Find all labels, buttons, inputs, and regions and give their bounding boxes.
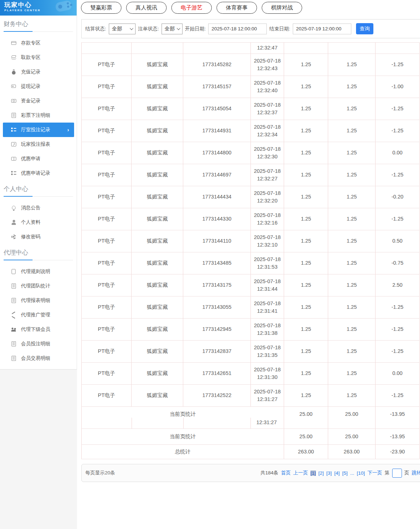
sidebar-item[interactable]: 消息公告	[0, 201, 77, 215]
hall-bets-icon	[11, 127, 17, 133]
jump-button[interactable]: 跳转	[412, 470, 420, 476]
sidebar-item[interactable]: 取款专区	[0, 50, 77, 65]
cell-bet: 1.25	[284, 252, 328, 274]
end-date-input[interactable]	[293, 24, 351, 34]
game-category-tab[interactable]: 棋牌对战	[262, 2, 302, 14]
page-summary-row: 当前页统计 25.00 25.00 -13.95	[82, 429, 420, 445]
sidebar-item-label: 消息公告	[21, 205, 40, 211]
cell-valid: 1.25	[328, 252, 376, 274]
sidebar-item[interactable]: 代理报表明细	[0, 293, 77, 308]
cell-time: 2025-07-18 12:32:16	[251, 208, 284, 230]
first-page-link[interactable]: 首页	[281, 470, 291, 476]
order-status-select[interactable]: 全部	[162, 24, 183, 34]
settle-status-value: 全部	[112, 26, 122, 32]
chevron-right-icon: ›	[67, 127, 69, 133]
table-row: PT电子 狐媚宝藏 1773143485 2025-07-18 12:31:53…	[82, 252, 420, 274]
sidebar-item[interactable]: 代理下级会员	[0, 322, 77, 337]
cell-time-line: 12:32:37	[251, 109, 284, 116]
cell-date-line: 2025-07-18	[251, 322, 284, 329]
cell-winloss: -0.20	[376, 186, 420, 208]
cell-time: 2025-07-18 12:32:43	[251, 54, 284, 76]
ghost-time-fragment: 12:31:27	[250, 419, 283, 426]
settle-status-select[interactable]: 全部	[109, 24, 136, 34]
sidebar-item-label: 会员交易明细	[21, 355, 50, 362]
cell-time: 2025-07-18 12:32:34	[251, 120, 284, 142]
cell-date-line: 2025-07-18	[251, 366, 284, 374]
pagination-controls: 共184条 首页 上一页 [1] [2] [3] [4] [5] ... [10…	[261, 469, 420, 478]
main-content: 雙赢彩票 真人视讯 电子游艺 体育赛事 棋牌对战 结算状态: 全部 注单状态: …	[77, 0, 420, 529]
game-category-tab[interactable]: 雙赢彩票	[81, 2, 121, 14]
sidebar-item[interactable]: 玩家投注报表	[0, 137, 77, 152]
users-icon	[11, 327, 17, 332]
page-number-link[interactable]: ...	[350, 470, 354, 476]
sidebar-agent-list: 代理规则说明 代理团队统计 代理报表明细 代理推广管理	[0, 264, 77, 366]
table-row: PT电子 狐媚宝藏 1773142837 2025-07-18 12:31:35…	[82, 341, 420, 363]
sidebar-item[interactable]: 个人资料	[0, 215, 77, 230]
summary-valid: 25.00	[328, 429, 376, 445]
cell-date-line: 2025-07-18	[251, 234, 284, 241]
sidebar-item[interactable]: 会员交易明细	[0, 351, 77, 366]
page-number-link[interactable]: [3]	[326, 470, 332, 476]
section-heading-agent: 代理中心	[4, 248, 73, 260]
cell-time: 2025-07-18 12:31:44	[251, 274, 284, 297]
cell-winloss: -1.25	[376, 341, 420, 363]
cell-date-line: 2025-07-18	[251, 300, 284, 307]
withdrawal-record-icon	[11, 84, 17, 89]
sidebar-item[interactable]: 代理团队统计	[0, 279, 77, 293]
page-number-link[interactable]: [4]	[334, 470, 340, 476]
start-date-input[interactable]	[208, 24, 267, 34]
cell-bet: 1.25	[284, 120, 328, 142]
page-number-link[interactable]: [1]	[310, 470, 316, 476]
cell-time: 2025-07-18 12:32:10	[251, 230, 284, 252]
cell-game: 狐媚宝藏	[132, 142, 183, 164]
sidebar-item[interactable]: 修改密码	[0, 230, 77, 244]
cell-game: 狐媚宝藏	[132, 98, 183, 120]
table-row: PT电子 狐媚宝藏 1773144330 2025-07-18 12:32:16…	[82, 208, 420, 230]
table-row: PT电子 狐媚宝藏 1773142522 2025-07-18 12:31:27…	[82, 385, 420, 407]
page-links: [1] [2] [3] [4] [5] ... [10]	[310, 470, 365, 476]
per-page-label: 每页显示20条	[85, 470, 115, 476]
total-count: 共184条	[261, 470, 279, 476]
search-button[interactable]: 查询	[356, 23, 373, 34]
sidebar-item[interactable]: 资金记录	[0, 94, 77, 108]
cell-time-line: 12:31:53	[251, 263, 284, 271]
sidebar-item[interactable]: 彩票下注明细	[0, 108, 77, 123]
sidebar-item[interactable]: 优惠申请	[0, 152, 77, 166]
cell-game: 狐媚宝藏	[132, 341, 183, 363]
page-summary-label: 当前页统计	[170, 411, 196, 417]
cell-valid: 1.25	[328, 319, 376, 341]
prev-page-link[interactable]: 上一页	[293, 470, 308, 476]
cell-platform: PT电子	[82, 319, 132, 341]
sidebar-item[interactable]: 优惠申请记录	[0, 166, 77, 180]
end-date-label: 结束日期:	[269, 26, 290, 32]
sidebar-item[interactable]: 厅室投注记录 ›	[3, 123, 74, 137]
cell-winloss: -1.25	[376, 385, 420, 407]
sidebar-item-label: 提现记录	[21, 83, 40, 90]
pagination-bar: 每页显示20条 共184条 首页 上一页 [1] [2] [3] [4] [5]…	[81, 464, 420, 482]
sidebar-item[interactable]: 代理规则说明	[0, 264, 77, 279]
page-number-link[interactable]: [5]	[342, 470, 348, 476]
cell-platform: PT电子	[82, 142, 132, 164]
sidebar-item[interactable]: 存款专区	[0, 36, 77, 50]
chevron-down-icon	[176, 26, 180, 30]
sidebar-item[interactable]: 会员投注明细	[0, 337, 77, 351]
total-summary-row: 总统计 263.00 263.00 -23.90	[82, 445, 420, 459]
game-category-tab[interactable]: 真人视讯	[126, 2, 167, 14]
game-category-tab[interactable]: 电子游艺	[171, 2, 212, 14]
game-category-tab[interactable]: 体育赛事	[217, 2, 257, 14]
page-number-link[interactable]: [2]	[318, 470, 324, 476]
sidebar-item-label: 玩家投注报表	[21, 141, 50, 148]
cell-bet: 1.25	[284, 98, 328, 120]
cell-date-line: 2025-07-18	[251, 189, 284, 197]
order-status-label: 注单状态:	[138, 26, 159, 32]
sidebar-item[interactable]: 代理推广管理	[0, 308, 77, 322]
cell-game: 狐媚宝藏	[132, 208, 183, 230]
jump-page-input[interactable]	[392, 469, 402, 478]
page-number-link[interactable]: [10]	[357, 470, 365, 476]
sidebar-item[interactable]: 提现记录	[0, 79, 77, 94]
sidebar-item[interactable]: 充值记录	[0, 65, 77, 79]
next-page-link[interactable]: 下一页	[368, 470, 382, 476]
sidebar-item-label: 修改密码	[21, 234, 40, 240]
report-icon	[11, 283, 17, 289]
cell-order-no: 1773142945	[183, 319, 251, 341]
